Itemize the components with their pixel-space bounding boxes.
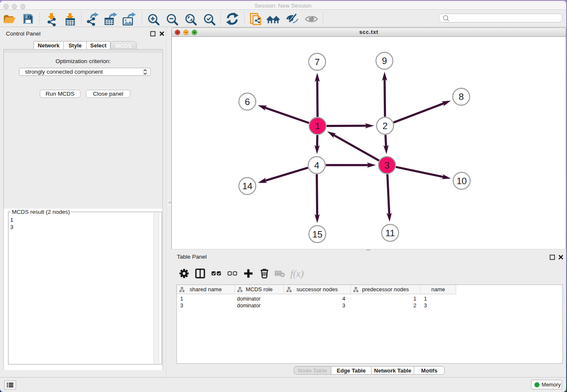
svg-text:10: 10 xyxy=(457,176,467,186)
svg-text:8: 8 xyxy=(459,91,464,102)
svg-text:7: 7 xyxy=(314,57,319,67)
svg-text:1: 1 xyxy=(315,121,320,131)
svg-text:4: 4 xyxy=(314,160,319,171)
svg-text:14: 14 xyxy=(242,181,252,191)
svg-text:9: 9 xyxy=(382,55,387,66)
svg-text:2: 2 xyxy=(383,121,388,131)
svg-text:3: 3 xyxy=(384,160,389,171)
svg-text:15: 15 xyxy=(312,229,322,240)
svg-text:11: 11 xyxy=(385,228,395,238)
svg-text:6: 6 xyxy=(245,97,250,107)
svg-text:f(x): f(x) xyxy=(290,268,304,279)
